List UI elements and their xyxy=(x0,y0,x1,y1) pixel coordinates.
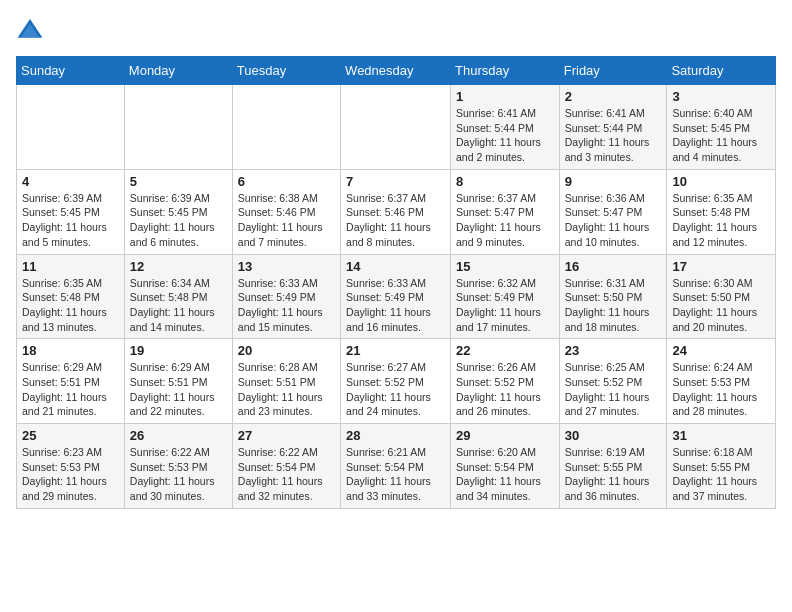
day-detail: Sunrise: 6:18 AM Sunset: 5:55 PM Dayligh… xyxy=(672,445,770,504)
day-number: 6 xyxy=(238,174,335,189)
calendar-cell: 22Sunrise: 6:26 AM Sunset: 5:52 PM Dayli… xyxy=(451,339,560,424)
day-detail: Sunrise: 6:26 AM Sunset: 5:52 PM Dayligh… xyxy=(456,360,554,419)
calendar-cell: 18Sunrise: 6:29 AM Sunset: 5:51 PM Dayli… xyxy=(17,339,125,424)
day-number: 27 xyxy=(238,428,335,443)
calendar-cell: 28Sunrise: 6:21 AM Sunset: 5:54 PM Dayli… xyxy=(341,424,451,509)
calendar-cell: 27Sunrise: 6:22 AM Sunset: 5:54 PM Dayli… xyxy=(232,424,340,509)
weekday-header-friday: Friday xyxy=(559,57,667,85)
day-number: 13 xyxy=(238,259,335,274)
calendar-cell: 26Sunrise: 6:22 AM Sunset: 5:53 PM Dayli… xyxy=(124,424,232,509)
calendar-cell: 21Sunrise: 6:27 AM Sunset: 5:52 PM Dayli… xyxy=(341,339,451,424)
day-detail: Sunrise: 6:22 AM Sunset: 5:53 PM Dayligh… xyxy=(130,445,227,504)
header xyxy=(16,16,776,44)
day-detail: Sunrise: 6:21 AM Sunset: 5:54 PM Dayligh… xyxy=(346,445,445,504)
day-detail: Sunrise: 6:38 AM Sunset: 5:46 PM Dayligh… xyxy=(238,191,335,250)
calendar-cell xyxy=(232,85,340,170)
day-number: 14 xyxy=(346,259,445,274)
day-detail: Sunrise: 6:37 AM Sunset: 5:47 PM Dayligh… xyxy=(456,191,554,250)
day-number: 20 xyxy=(238,343,335,358)
day-number: 11 xyxy=(22,259,119,274)
day-number: 31 xyxy=(672,428,770,443)
day-detail: Sunrise: 6:37 AM Sunset: 5:46 PM Dayligh… xyxy=(346,191,445,250)
day-number: 12 xyxy=(130,259,227,274)
calendar-cell: 3Sunrise: 6:40 AM Sunset: 5:45 PM Daylig… xyxy=(667,85,776,170)
day-detail: Sunrise: 6:20 AM Sunset: 5:54 PM Dayligh… xyxy=(456,445,554,504)
calendar-cell: 8Sunrise: 6:37 AM Sunset: 5:47 PM Daylig… xyxy=(451,169,560,254)
day-detail: Sunrise: 6:30 AM Sunset: 5:50 PM Dayligh… xyxy=(672,276,770,335)
day-number: 7 xyxy=(346,174,445,189)
weekday-header-sunday: Sunday xyxy=(17,57,125,85)
day-number: 17 xyxy=(672,259,770,274)
day-detail: Sunrise: 6:41 AM Sunset: 5:44 PM Dayligh… xyxy=(565,106,662,165)
day-number: 30 xyxy=(565,428,662,443)
calendar-cell xyxy=(341,85,451,170)
day-number: 22 xyxy=(456,343,554,358)
day-detail: Sunrise: 6:31 AM Sunset: 5:50 PM Dayligh… xyxy=(565,276,662,335)
calendar-cell: 25Sunrise: 6:23 AM Sunset: 5:53 PM Dayli… xyxy=(17,424,125,509)
calendar-cell: 23Sunrise: 6:25 AM Sunset: 5:52 PM Dayli… xyxy=(559,339,667,424)
weekday-header-monday: Monday xyxy=(124,57,232,85)
day-number: 3 xyxy=(672,89,770,104)
day-number: 25 xyxy=(22,428,119,443)
day-detail: Sunrise: 6:41 AM Sunset: 5:44 PM Dayligh… xyxy=(456,106,554,165)
weekday-header-thursday: Thursday xyxy=(451,57,560,85)
day-number: 10 xyxy=(672,174,770,189)
calendar-cell: 6Sunrise: 6:38 AM Sunset: 5:46 PM Daylig… xyxy=(232,169,340,254)
day-detail: Sunrise: 6:34 AM Sunset: 5:48 PM Dayligh… xyxy=(130,276,227,335)
calendar-cell xyxy=(17,85,125,170)
day-number: 2 xyxy=(565,89,662,104)
day-detail: Sunrise: 6:27 AM Sunset: 5:52 PM Dayligh… xyxy=(346,360,445,419)
logo-icon xyxy=(16,16,44,44)
calendar-cell: 16Sunrise: 6:31 AM Sunset: 5:50 PM Dayli… xyxy=(559,254,667,339)
day-detail: Sunrise: 6:32 AM Sunset: 5:49 PM Dayligh… xyxy=(456,276,554,335)
day-number: 8 xyxy=(456,174,554,189)
day-detail: Sunrise: 6:24 AM Sunset: 5:53 PM Dayligh… xyxy=(672,360,770,419)
day-detail: Sunrise: 6:39 AM Sunset: 5:45 PM Dayligh… xyxy=(22,191,119,250)
calendar-cell: 10Sunrise: 6:35 AM Sunset: 5:48 PM Dayli… xyxy=(667,169,776,254)
day-number: 1 xyxy=(456,89,554,104)
day-detail: Sunrise: 6:33 AM Sunset: 5:49 PM Dayligh… xyxy=(238,276,335,335)
day-number: 21 xyxy=(346,343,445,358)
calendar-cell: 9Sunrise: 6:36 AM Sunset: 5:47 PM Daylig… xyxy=(559,169,667,254)
calendar-cell: 19Sunrise: 6:29 AM Sunset: 5:51 PM Dayli… xyxy=(124,339,232,424)
day-number: 4 xyxy=(22,174,119,189)
calendar-cell: 7Sunrise: 6:37 AM Sunset: 5:46 PM Daylig… xyxy=(341,169,451,254)
weekday-header-saturday: Saturday xyxy=(667,57,776,85)
calendar-cell: 30Sunrise: 6:19 AM Sunset: 5:55 PM Dayli… xyxy=(559,424,667,509)
calendar-cell: 1Sunrise: 6:41 AM Sunset: 5:44 PM Daylig… xyxy=(451,85,560,170)
day-detail: Sunrise: 6:29 AM Sunset: 5:51 PM Dayligh… xyxy=(22,360,119,419)
day-detail: Sunrise: 6:25 AM Sunset: 5:52 PM Dayligh… xyxy=(565,360,662,419)
day-detail: Sunrise: 6:22 AM Sunset: 5:54 PM Dayligh… xyxy=(238,445,335,504)
day-detail: Sunrise: 6:28 AM Sunset: 5:51 PM Dayligh… xyxy=(238,360,335,419)
day-detail: Sunrise: 6:35 AM Sunset: 5:48 PM Dayligh… xyxy=(672,191,770,250)
day-number: 16 xyxy=(565,259,662,274)
day-detail: Sunrise: 6:23 AM Sunset: 5:53 PM Dayligh… xyxy=(22,445,119,504)
day-detail: Sunrise: 6:19 AM Sunset: 5:55 PM Dayligh… xyxy=(565,445,662,504)
calendar-table: SundayMondayTuesdayWednesdayThursdayFrid… xyxy=(16,56,776,509)
calendar-cell xyxy=(124,85,232,170)
day-detail: Sunrise: 6:33 AM Sunset: 5:49 PM Dayligh… xyxy=(346,276,445,335)
day-number: 18 xyxy=(22,343,119,358)
day-detail: Sunrise: 6:35 AM Sunset: 5:48 PM Dayligh… xyxy=(22,276,119,335)
calendar-cell: 31Sunrise: 6:18 AM Sunset: 5:55 PM Dayli… xyxy=(667,424,776,509)
day-number: 15 xyxy=(456,259,554,274)
day-number: 9 xyxy=(565,174,662,189)
calendar-cell: 17Sunrise: 6:30 AM Sunset: 5:50 PM Dayli… xyxy=(667,254,776,339)
calendar-cell: 20Sunrise: 6:28 AM Sunset: 5:51 PM Dayli… xyxy=(232,339,340,424)
calendar-cell: 12Sunrise: 6:34 AM Sunset: 5:48 PM Dayli… xyxy=(124,254,232,339)
day-number: 28 xyxy=(346,428,445,443)
day-detail: Sunrise: 6:40 AM Sunset: 5:45 PM Dayligh… xyxy=(672,106,770,165)
calendar-cell: 15Sunrise: 6:32 AM Sunset: 5:49 PM Dayli… xyxy=(451,254,560,339)
day-number: 23 xyxy=(565,343,662,358)
weekday-header-tuesday: Tuesday xyxy=(232,57,340,85)
calendar-cell: 4Sunrise: 6:39 AM Sunset: 5:45 PM Daylig… xyxy=(17,169,125,254)
day-number: 19 xyxy=(130,343,227,358)
day-number: 29 xyxy=(456,428,554,443)
calendar-cell: 14Sunrise: 6:33 AM Sunset: 5:49 PM Dayli… xyxy=(341,254,451,339)
weekday-header-wednesday: Wednesday xyxy=(341,57,451,85)
day-detail: Sunrise: 6:29 AM Sunset: 5:51 PM Dayligh… xyxy=(130,360,227,419)
day-detail: Sunrise: 6:39 AM Sunset: 5:45 PM Dayligh… xyxy=(130,191,227,250)
day-detail: Sunrise: 6:36 AM Sunset: 5:47 PM Dayligh… xyxy=(565,191,662,250)
calendar-cell: 5Sunrise: 6:39 AM Sunset: 5:45 PM Daylig… xyxy=(124,169,232,254)
calendar-cell: 11Sunrise: 6:35 AM Sunset: 5:48 PM Dayli… xyxy=(17,254,125,339)
